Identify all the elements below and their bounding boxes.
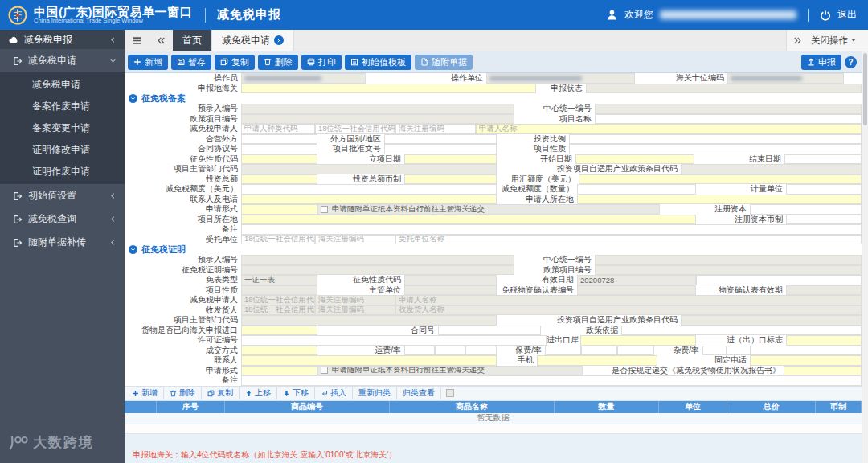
field-input[interactable] <box>241 144 317 154</box>
复制-button[interactable]: 复制 <box>215 55 255 70</box>
declare-status-field[interactable] <box>586 84 862 94</box>
field-input[interactable] <box>727 346 751 356</box>
field-input[interactable] <box>241 366 317 376</box>
field-input[interactable] <box>595 114 862 125</box>
field-input[interactable] <box>569 144 862 154</box>
field-input[interactable]: 18位统一社会信用代码 <box>241 235 315 245</box>
sidebar-item-证明作废申请[interactable]: 证明作废申请 <box>0 161 125 182</box>
插入-button[interactable]: 插入 <box>315 387 353 399</box>
field-input[interactable] <box>681 315 862 326</box>
field-input[interactable] <box>241 285 317 296</box>
field-input[interactable] <box>786 285 862 296</box>
power-icon[interactable] <box>820 10 831 21</box>
sidebar-root-item[interactable]: 减免税申报 <box>0 30 125 49</box>
field-input[interactable] <box>241 164 497 174</box>
logout-button[interactable]: 退出 <box>837 8 857 22</box>
field-input[interactable] <box>241 154 317 165</box>
tab-current[interactable]: 减免税申请 <box>211 30 294 51</box>
field-input[interactable] <box>750 204 862 215</box>
sidebar-item-备案变更申请[interactable]: 备案变更申请 <box>0 117 125 139</box>
field-input[interactable] <box>786 184 862 195</box>
field-input[interactable] <box>537 355 657 366</box>
field-input[interactable]: 申请人名称 <box>476 124 862 134</box>
field-input[interactable]: 20200728 <box>577 275 696 285</box>
items-toolbar-checkbox[interactable] <box>446 389 454 397</box>
scrollbar-thumb[interactable] <box>863 53 867 125</box>
section-collapse-icon[interactable] <box>129 245 137 254</box>
field-input[interactable] <box>404 346 435 356</box>
field-input[interactable]: 海关注册编码 <box>395 124 476 134</box>
field-input[interactable] <box>577 285 696 296</box>
field-input[interactable] <box>241 184 497 195</box>
menu-toggle-icon[interactable] <box>125 30 149 51</box>
help-button[interactable]: ? <box>845 56 857 68</box>
field-input[interactable] <box>681 164 862 174</box>
field-input[interactable]: 收发货人名称 <box>395 305 862 316</box>
field-input[interactable] <box>750 355 862 366</box>
field-input[interactable]: 申请人名称 <box>395 295 862 305</box>
field-input[interactable] <box>595 255 862 265</box>
sidebar-item-减免税申请[interactable]: 减免税申请 <box>0 74 125 96</box>
sidebar-item-备案作废申请[interactable]: 备案作废申请 <box>0 96 125 117</box>
删除-button[interactable]: 删除 <box>258 55 298 70</box>
field-input[interactable] <box>241 114 514 125</box>
sidebar-item-证明修改申请[interactable]: 证明修改申请 <box>0 139 125 161</box>
field-input[interactable] <box>241 315 497 326</box>
declare-button[interactable]: 申报 <box>801 55 841 70</box>
field-input[interactable] <box>404 154 497 165</box>
field-input[interactable] <box>241 174 317 185</box>
复制-button[interactable]: 复制 <box>202 387 240 399</box>
field-input[interactable] <box>438 326 541 336</box>
field-input[interactable] <box>751 346 862 356</box>
sidebar-group-1[interactable]: 初始值设置 <box>0 184 125 207</box>
field-input[interactable]: 海关注册编码 <box>315 295 395 305</box>
field-input[interactable] <box>241 265 514 276</box>
field-input[interactable]: 18位统一社会信用代码 <box>241 295 315 305</box>
field-input[interactable] <box>621 326 862 336</box>
field-input[interactable] <box>241 215 696 225</box>
field-input[interactable]: 申请人种类代码 <box>241 124 315 134</box>
新增-button[interactable]: 新增 <box>126 387 164 399</box>
打印-button[interactable]: 打印 <box>301 55 342 70</box>
field-input[interactable] <box>241 224 862 235</box>
field-input[interactable] <box>241 195 497 205</box>
section-collapse-icon[interactable] <box>129 94 137 103</box>
field-input[interactable]: 18位统一社会信用代码 <box>315 124 395 134</box>
field-input[interactable] <box>241 204 317 215</box>
field-input[interactable]: 一证一表 <box>241 275 317 285</box>
sidebar-group-0[interactable]: 减免税申请 <box>0 49 125 72</box>
下移-button[interactable]: 下移 <box>277 387 315 399</box>
field-input[interactable]: 海关注册编码 <box>315 235 395 245</box>
field-input[interactable] <box>579 174 862 185</box>
scroll-tabs-left-icon[interactable] <box>149 30 173 51</box>
field-input[interactable]: 18位统一社会信用代码 <box>241 305 315 316</box>
field-input[interactable] <box>784 154 862 165</box>
field-input[interactable] <box>595 265 862 276</box>
field-input[interactable] <box>595 104 862 114</box>
field-input[interactable] <box>404 174 497 185</box>
field-input[interactable] <box>384 144 497 154</box>
sidebar-group-2[interactable]: 减免税查询 <box>0 207 125 231</box>
field-input[interactable]: 海关注册编码 <box>315 305 395 316</box>
field-input[interactable] <box>575 154 694 165</box>
field-input[interactable] <box>241 326 317 336</box>
scroll-tabs-right-icon[interactable] <box>787 36 808 45</box>
field-input[interactable] <box>786 215 862 225</box>
field-input[interactable] <box>696 275 862 285</box>
上移-button[interactable]: 上移 <box>240 387 277 399</box>
field-input[interactable] <box>580 335 696 346</box>
field-input[interactable] <box>241 104 514 114</box>
close-operations-dropdown[interactable]: 关闭操作 <box>811 35 860 47</box>
field-input[interactable] <box>435 346 465 356</box>
field-input[interactable] <box>404 275 497 285</box>
初始值模板-button[interactable]: 初始值模板 <box>345 55 411 70</box>
新增-button[interactable]: 新增 <box>128 55 168 70</box>
field-input[interactable] <box>784 366 862 376</box>
field-input[interactable] <box>241 134 317 145</box>
field-input[interactable] <box>617 346 654 356</box>
field-input[interactable] <box>241 355 497 366</box>
field-input[interactable] <box>241 375 862 386</box>
暂存-button[interactable]: 暂存 <box>171 55 211 70</box>
重新归类-button[interactable]: 重新归类 <box>353 387 397 399</box>
field-input[interactable] <box>569 134 862 145</box>
